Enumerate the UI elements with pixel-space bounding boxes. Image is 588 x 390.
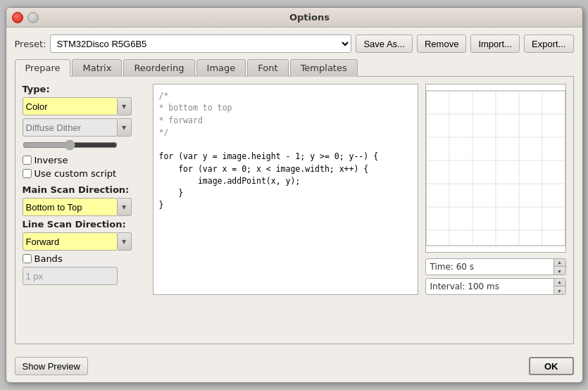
minimize-button[interactable] xyxy=(27,12,39,23)
inverse-checkbox[interactable] xyxy=(23,156,32,165)
time-interval-section: Time: 60 s ▲ ▼ Interval: 100 ms ▲ ▼ xyxy=(425,258,566,295)
window-content: Preset: STM32Disco R5G6B5 Save As... Rem… xyxy=(6,27,582,351)
tab-font[interactable]: Font xyxy=(247,59,288,77)
line-scan-container: Forward ▼ xyxy=(23,232,146,251)
code-editor[interactable]: /* * bottom to top * forward */ for (var… xyxy=(153,84,418,295)
left-panel: Type: Color ▼ ▼ xyxy=(23,84,146,295)
preset-label: Preset: xyxy=(15,39,46,49)
tab-reordering[interactable]: Reordering xyxy=(123,59,194,77)
px-input xyxy=(23,267,118,285)
tab-prepare[interactable]: Prepare xyxy=(15,59,71,77)
main-scan-arrow[interactable]: ▼ xyxy=(118,198,132,216)
line-scan-label: Line Scan Direction: xyxy=(23,219,146,229)
tab-templates[interactable]: Templates xyxy=(290,59,358,77)
remove-button[interactable]: Remove xyxy=(417,34,466,53)
tab-matrix[interactable]: Matrix xyxy=(72,59,122,77)
grid-preview xyxy=(425,84,566,253)
import-button[interactable]: Import... xyxy=(470,34,520,53)
line-scan-dropdown[interactable]: Forward xyxy=(23,232,118,251)
type-dropdown[interactable]: Color xyxy=(23,97,118,115)
interval-spinner-buttons: ▲ ▼ xyxy=(553,278,565,295)
bands-checkbox[interactable] xyxy=(23,254,32,263)
export-button[interactable]: Export... xyxy=(524,34,573,53)
tab-content-prepare: Type: Color ▼ ▼ xyxy=(15,77,574,344)
dither-slider[interactable] xyxy=(23,139,118,151)
ok-button[interactable]: OK xyxy=(529,357,574,375)
main-scan-label: Main Scan Direction: xyxy=(23,184,146,195)
bands-label: Bands xyxy=(35,253,63,264)
diffuse-input xyxy=(23,118,118,137)
diffuse-dropdown-container: ▼ xyxy=(23,118,146,137)
tab-image[interactable]: Image xyxy=(196,59,246,77)
prepare-layout: Type: Color ▼ ▼ xyxy=(23,84,566,295)
interval-spinner: Interval: 100 ms ▲ ▼ xyxy=(425,278,566,295)
preset-row: Preset: STM32Disco R5G6B5 Save As... Rem… xyxy=(15,34,574,53)
type-dropdown-container: Color ▼ xyxy=(23,97,146,115)
main-scan-container: Bottom to Top ▼ xyxy=(23,198,146,216)
main-scan-dropdown[interactable]: Bottom to Top xyxy=(23,198,118,216)
bands-row: Bands xyxy=(23,253,146,264)
line-scan-arrow[interactable]: ▼ xyxy=(118,232,132,251)
tabs: Prepare Matrix Reordering Image Font Tem… xyxy=(15,58,574,77)
show-preview-button[interactable]: Show Preview xyxy=(15,357,88,375)
interval-up-button[interactable]: ▲ xyxy=(554,278,565,287)
custom-script-label: Use custom script xyxy=(35,168,117,179)
custom-script-checkbox[interactable] xyxy=(23,169,32,178)
time-up-button[interactable]: ▲ xyxy=(554,258,565,267)
custom-script-row: Use custom script xyxy=(23,168,146,179)
close-button[interactable] xyxy=(12,12,23,23)
titlebar: Options xyxy=(6,8,582,27)
interval-label: Interval: 100 ms xyxy=(426,282,553,291)
preset-select[interactable]: STM32Disco R5G6B5 xyxy=(50,34,351,53)
time-spinner: Time: 60 s ▲ ▼ xyxy=(425,258,566,275)
window-title: Options xyxy=(43,12,577,23)
slider-row xyxy=(23,139,146,151)
time-label: Time: 60 s xyxy=(426,262,553,272)
options-window: Options Preset: STM32Disco R5G6B5 Save A… xyxy=(6,7,583,383)
inverse-row: Inverse xyxy=(23,155,146,165)
type-section-label: Type: xyxy=(23,84,146,94)
time-spinner-buttons: ▲ ▼ xyxy=(553,258,565,275)
type-dropdown-arrow[interactable]: ▼ xyxy=(118,97,132,115)
save-as-button[interactable]: Save As... xyxy=(356,34,413,53)
time-down-button[interactable]: ▼ xyxy=(554,267,565,275)
bottom-bar: Show Preview OK xyxy=(6,351,582,382)
right-panel: Time: 60 s ▲ ▼ Interval: 100 ms ▲ ▼ xyxy=(425,84,566,295)
interval-down-button[interactable]: ▼ xyxy=(554,287,565,295)
inverse-label: Inverse xyxy=(35,155,68,165)
grid-svg xyxy=(426,84,565,252)
diffuse-dropdown-arrow[interactable]: ▼ xyxy=(118,118,132,137)
